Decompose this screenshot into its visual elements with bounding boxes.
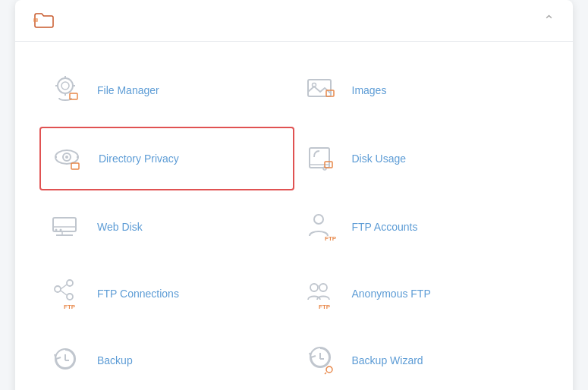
anonymous-ftp-icon: FTP <box>303 275 340 312</box>
ftp-connections-icon: FTP <box>49 275 85 312</box>
grid-item-web-disk[interactable]: Web Disk <box>39 197 294 257</box>
panel-body: File Manager Images Directory Privacy Di… <box>15 42 573 390</box>
backup-icon <box>49 342 85 379</box>
panel-header: ⌃ <box>15 0 573 42</box>
svg-rect-16 <box>71 163 79 169</box>
disk-usage-label: Disk Usage <box>352 153 407 165</box>
items-grid: File Manager Images Directory Privacy Di… <box>39 60 549 390</box>
directory-privacy-label: Directory Privacy <box>99 153 179 165</box>
svg-point-29 <box>55 286 61 292</box>
svg-rect-0 <box>33 18 38 22</box>
grid-item-file-manager[interactable]: File Manager <box>39 60 294 121</box>
backup-label: Backup <box>97 354 133 366</box>
svg-point-13 <box>65 156 68 159</box>
svg-line-32 <box>61 285 67 289</box>
ftp-connections-label: FTP Connections <box>97 288 179 300</box>
grid-item-backup-wizard[interactable]: Backup Wizard <box>294 330 549 390</box>
svg-point-31 <box>67 294 73 300</box>
grid-item-anonymous-ftp[interactable]: FTP Anonymous FTP <box>294 263 549 324</box>
header-left <box>33 12 62 29</box>
files-panel: ⌃ File Manager Images Directory Privacy <box>15 0 573 390</box>
web-disk-label: Web Disk <box>97 221 143 233</box>
disk-usage-icon <box>303 140 340 177</box>
web-disk-icon <box>49 209 85 245</box>
directory-privacy-icon <box>50 140 86 177</box>
images-icon <box>303 72 340 109</box>
file-manager-icon <box>49 72 85 109</box>
svg-point-23 <box>55 229 58 231</box>
anonymous-ftp-label: Anonymous FTP <box>352 288 431 300</box>
svg-point-35 <box>310 284 318 291</box>
svg-text:FTP: FTP <box>64 304 76 310</box>
file-manager-label: File Manager <box>97 84 159 96</box>
grid-item-backup[interactable]: Backup <box>39 330 294 390</box>
svg-line-33 <box>61 291 67 295</box>
svg-point-27 <box>314 215 323 224</box>
svg-point-24 <box>60 229 62 231</box>
svg-text:FTP: FTP <box>319 304 331 310</box>
collapse-button[interactable]: ⌃ <box>543 12 555 29</box>
backup-wizard-label: Backup Wizard <box>352 354 423 366</box>
svg-point-2 <box>61 82 69 90</box>
grid-item-images[interactable]: Images <box>294 60 549 121</box>
grid-item-disk-usage[interactable]: Disk Usage <box>294 127 549 190</box>
svg-point-30 <box>67 280 73 286</box>
grid-item-directory-privacy[interactable]: Directory Privacy <box>39 127 294 190</box>
svg-line-46 <box>325 373 326 374</box>
svg-point-45 <box>326 366 332 373</box>
images-label: Images <box>352 84 387 96</box>
svg-point-1 <box>58 78 73 93</box>
folder-icon <box>33 12 55 29</box>
grid-item-ftp-connections[interactable]: FTP FTP Connections <box>39 263 294 324</box>
ftp-accounts-icon: FTP <box>303 209 340 245</box>
svg-point-36 <box>319 284 327 291</box>
grid-item-ftp-accounts[interactable]: FTP FTP Accounts <box>294 197 549 257</box>
ftp-accounts-label: FTP Accounts <box>352 221 418 233</box>
backup-wizard-icon <box>303 342 340 379</box>
svg-text:FTP: FTP <box>325 235 337 242</box>
